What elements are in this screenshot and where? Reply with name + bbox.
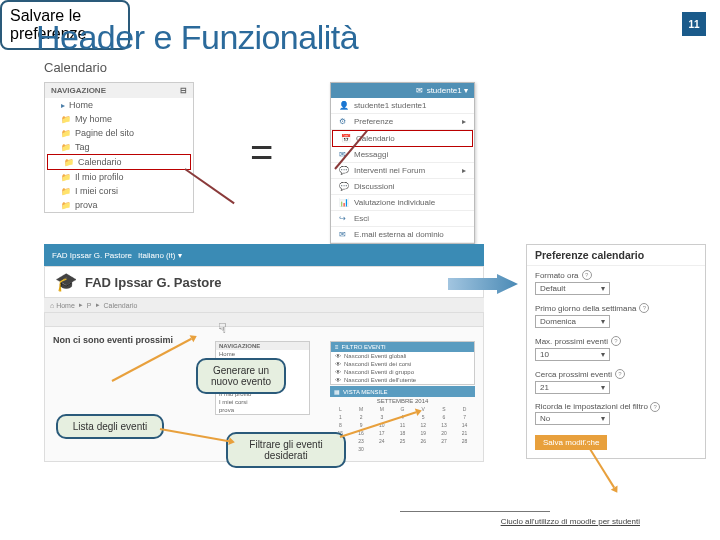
breadcrumb-item[interactable]: Calendario <box>104 302 138 309</box>
pref-select[interactable]: 21▾ <box>535 381 610 394</box>
filter-item[interactable]: 👁 Nascondi Eventi dei corsi <box>331 360 474 368</box>
user-menu-item[interactable]: 📊Valutazione individuale <box>331 195 474 211</box>
nav-item[interactable]: 📁Pagine del sito <box>45 126 193 140</box>
nav-item[interactable]: 📁Tag <box>45 140 193 154</box>
folder-icon: 📁 <box>61 143 71 152</box>
eye-icon: 👁 <box>335 353 341 359</box>
cal-day[interactable]: 6 <box>434 413 455 421</box>
menu-icon: ⚙ <box>339 117 349 126</box>
nav-item[interactable]: 📁My home <box>45 112 193 126</box>
cal-day[interactable]: 1 <box>330 413 351 421</box>
remember-select[interactable]: No▾ <box>535 412 610 425</box>
user-menu-item[interactable]: ✉E.mail esterna al dominio <box>331 227 474 243</box>
cal-day[interactable]: 12 <box>413 421 434 429</box>
callout-filter-events: Filtrare gli eventi desiderati <box>226 432 346 468</box>
help-icon[interactable]: ? <box>615 369 625 379</box>
collapse-icon[interactable]: ⊟ <box>180 86 187 95</box>
filter-block: ≡FILTRO EVENTI 👁 Nascondi Eventi globali… <box>330 341 475 385</box>
pref-select[interactable]: 10▾ <box>535 348 610 361</box>
help-icon[interactable]: ? <box>650 402 660 412</box>
cal-day[interactable]: 8 <box>330 421 351 429</box>
mini-cal-month: SETTEMBRE 2014 <box>330 397 475 405</box>
help-icon[interactable]: ? <box>582 270 592 280</box>
nav-item[interactable]: 📁prova <box>45 198 193 212</box>
user-menu-item[interactable]: ⚙Preferenze▸ <box>331 114 474 130</box>
menu-icon: 👤 <box>339 101 349 110</box>
cal-day[interactable]: 28 <box>454 437 475 445</box>
cal-day[interactable]: 30 <box>351 445 372 453</box>
help-icon[interactable]: ? <box>639 303 649 313</box>
breadcrumb-item[interactable]: P <box>87 302 92 309</box>
user-name: studente1 ▾ <box>427 86 468 95</box>
filter-item[interactable]: 👁 Nascondi Eventi di gruppo <box>331 368 474 376</box>
pref-label: Cerca prossimi eventi ? <box>535 369 697 379</box>
cal-weekday: D <box>454 405 475 413</box>
user-dropdown-menu: ✉ studente1 ▾ 👤studente1 studente1⚙Prefe… <box>330 82 475 244</box>
cal-day[interactable]: 17 <box>371 429 392 437</box>
pref-label: Formato ora ? <box>535 270 697 280</box>
eye-icon: 👁 <box>335 369 341 375</box>
chevron-right-icon: ▸ <box>462 166 466 175</box>
menu-icon: ↪ <box>339 214 349 223</box>
chevron-down-icon: ▾ <box>601 317 605 326</box>
preferences-header: Preferenze calendario <box>527 245 705 266</box>
pref-row: Cerca prossimi eventi ?21▾ <box>527 365 705 398</box>
cal-day[interactable]: 2 <box>351 413 372 421</box>
message-icon[interactable]: ✉ <box>416 86 423 95</box>
footer-divider <box>400 511 550 512</box>
slide-number: 11 <box>682 12 706 36</box>
site-title-bar: 🎓 FAD Ipssar G. Pastore <box>44 266 484 298</box>
user-menu-item[interactable]: 💬Discussioni <box>331 179 474 195</box>
remember-label: Ricorda le impostazioni del filtro ? No▾ <box>527 398 705 429</box>
help-icon[interactable]: ? <box>611 336 621 346</box>
nav-small-item[interactable]: Home <box>216 350 309 358</box>
cal-day[interactable]: 24 <box>371 437 392 445</box>
nav-item[interactable]: ▸Home <box>45 98 193 112</box>
nav-item[interactable]: 📁Calendario <box>47 154 191 170</box>
menu-icon: 💬 <box>339 166 349 175</box>
cal-day[interactable]: 27 <box>434 437 455 445</box>
nav-small-item[interactable]: prova <box>216 406 309 414</box>
cal-day[interactable]: 7 <box>454 413 475 421</box>
cal-day[interactable]: 11 <box>392 421 413 429</box>
folder-icon: 📁 <box>61 201 71 210</box>
folder-icon: 📁 <box>64 158 74 167</box>
filter-item[interactable]: 👁 Nascondi Eventi dell'utente <box>331 376 474 384</box>
cursor-hand-icon: ☟ <box>218 320 227 336</box>
user-menu-item[interactable]: 👤studente1 studente1 <box>331 98 474 114</box>
chevron-down-icon: ▾ <box>601 414 605 423</box>
mini-cal-title: VISTA MENSILE <box>343 389 388 395</box>
cal-day[interactable]: 19 <box>413 429 434 437</box>
user-menu-header[interactable]: ✉ studente1 ▾ <box>331 83 474 98</box>
cal-day[interactable]: 23 <box>351 437 372 445</box>
user-menu-item[interactable]: 💬Interventi nei Forum▸ <box>331 163 474 179</box>
footer-link[interactable]: Ciuclo all'utilizzo di moodle per studen… <box>501 517 640 526</box>
cal-day[interactable]: 14 <box>454 421 475 429</box>
cal-day[interactable]: 26 <box>413 437 434 445</box>
nav-item[interactable]: 📁I miei corsi <box>45 184 193 198</box>
filter-header: ≡FILTRO EVENTI <box>331 342 474 352</box>
nav-small-item[interactable]: I miei corsi <box>216 398 309 406</box>
cal-day[interactable]: 13 <box>434 421 455 429</box>
menu-icon: ✉ <box>339 230 349 239</box>
breadcrumb-item[interactable]: ▸ <box>79 301 83 309</box>
pref-value: 10 <box>540 350 549 359</box>
pref-label: Max. prossimi eventi ? <box>535 336 697 346</box>
remember-text: Ricorda le impostazioni del filtro <box>535 402 648 411</box>
cal-day[interactable]: 20 <box>434 429 455 437</box>
breadcrumb-item[interactable]: ▸ <box>96 301 100 309</box>
cal-weekday: G <box>392 405 413 413</box>
user-menu-item[interactable]: ↪Esci <box>331 211 474 227</box>
nav-item[interactable]: 📁Il mio profilo <box>45 170 193 184</box>
pref-select[interactable]: Domenica▾ <box>535 315 610 328</box>
cal-day[interactable]: 18 <box>392 429 413 437</box>
lang-selector[interactable]: Italiano (it) ▾ <box>138 251 182 260</box>
filter-item[interactable]: 👁 Nascondi Eventi globali <box>331 352 474 360</box>
site-title: FAD Ipssar G. Pastore <box>85 275 222 290</box>
cal-day[interactable]: 25 <box>392 437 413 445</box>
pref-select[interactable]: Default▾ <box>535 282 610 295</box>
breadcrumb-item[interactable]: ⌂ Home <box>50 302 75 309</box>
menu-label: studente1 studente1 <box>354 101 427 110</box>
save-button[interactable]: Salva modifiche <box>535 435 607 450</box>
cal-day[interactable]: 21 <box>454 429 475 437</box>
